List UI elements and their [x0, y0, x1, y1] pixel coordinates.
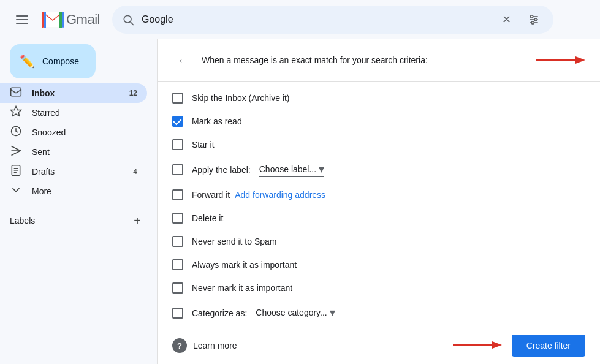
search-clear-button[interactable]: ✕	[497, 10, 517, 29]
sent-icon	[10, 145, 22, 160]
mark-read-checkbox[interactable]	[172, 116, 183, 127]
menu-icon-button[interactable]	[10, 7, 34, 32]
svg-marker-34	[492, 341, 502, 349]
never-spam-label: Never send it to Spam	[192, 237, 277, 246]
never-important-label: Never mark it as important	[192, 283, 292, 293]
more-icon	[10, 184, 22, 199]
starred-icon	[10, 105, 22, 121]
footer-red-arrow	[453, 336, 502, 355]
filter-option-always-important: Always mark it as important	[172, 253, 585, 276]
back-button[interactable]: ←	[172, 49, 194, 71]
main-layout: ✏️ Compose Inbox 12 Starred Snoozed Sent…	[0, 39, 600, 364]
drafts-icon	[10, 164, 22, 180]
apply-label-dropdown[interactable]: Choose label... ▾	[259, 162, 324, 177]
mark-read-label: Mark as read	[192, 116, 242, 126]
filter-option-never-important: Never mark it as important	[172, 276, 585, 300]
sliders-icon	[528, 13, 540, 26]
svg-rect-0	[16, 15, 28, 17]
svg-point-19	[534, 18, 537, 21]
svg-marker-22	[11, 106, 21, 116]
filter-header-text: When a message is an exact match for you…	[202, 55, 529, 65]
inbox-label: Inbox	[32, 88, 120, 98]
star-it-checkbox[interactable]	[172, 139, 183, 150]
svg-rect-12	[59, 12, 62, 28]
never-spam-checkbox[interactable]	[172, 236, 183, 247]
filter-option-forward-it: Forward it Add forwarding address	[172, 183, 585, 207]
drafts-label: Drafts	[32, 167, 123, 176]
create-filter-button[interactable]: Create filter	[512, 335, 585, 357]
categorize-checkbox[interactable]	[172, 308, 183, 319]
forward-option-content: Forward it Add forwarding address	[192, 190, 325, 200]
star-it-label: Star it	[192, 140, 215, 150]
always-important-label: Always mark it as important	[192, 260, 297, 270]
sidebar-item-starred[interactable]: Starred	[0, 103, 147, 123]
sidebar: ✏️ Compose Inbox 12 Starred Snoozed Sent…	[0, 39, 157, 364]
hamburger-icon	[16, 15, 28, 24]
inbox-count: 12	[129, 89, 137, 97]
filter-options-list: Skip the Inbox (Archive it) Mark as read…	[158, 82, 600, 327]
skip-inbox-label: Skip the Inbox (Archive it)	[192, 93, 290, 103]
skip-inbox-checkbox[interactable]	[172, 93, 183, 104]
more-label: More	[32, 186, 137, 196]
sidebar-item-snoozed[interactable]: Snoozed	[0, 123, 147, 142]
arrow-right-footer-icon	[453, 339, 502, 351]
sidebar-item-more[interactable]: More	[0, 181, 147, 201]
categorize-dropdown[interactable]: Choose category... ▾	[256, 306, 335, 320]
compose-button[interactable]: ✏️ Compose	[10, 44, 96, 78]
filter-option-skip-inbox: Skip the Inbox (Archive it)	[172, 86, 585, 110]
learn-more-link[interactable]: Learn more	[193, 341, 237, 351]
forward-it-checkbox[interactable]	[172, 189, 183, 200]
sidebar-item-sent[interactable]: Sent	[0, 142, 147, 162]
nav-items: Inbox 12 Starred Snoozed Sent Drafts 4 M…	[0, 83, 157, 201]
sidebar-item-drafts[interactable]: Drafts 4	[0, 162, 147, 181]
chevron-down-icon: ▾	[330, 306, 335, 319]
filter-option-never-spam: Never send it to Spam	[172, 230, 585, 253]
add-label-button[interactable]: +	[127, 211, 147, 230]
sent-label: Sent	[32, 147, 137, 157]
svg-rect-2	[16, 23, 28, 24]
search-options-button[interactable]	[524, 10, 544, 29]
starred-label: Starred	[32, 108, 137, 118]
edit-icon: ✏️	[20, 54, 35, 69]
svg-rect-10	[62, 12, 64, 28]
gmail-m-icon	[42, 12, 64, 28]
never-important-checkbox[interactable]	[172, 282, 183, 294]
svg-line-14	[131, 22, 134, 25]
top-bar: Gmail ✕	[0, 0, 600, 39]
filter-option-delete-it: Delete it	[172, 207, 585, 230]
forward-it-label: Forward it	[192, 190, 230, 200]
svg-rect-1	[16, 19, 28, 20]
svg-line-25	[16, 131, 18, 132]
delete-it-label: Delete it	[192, 213, 223, 223]
filter-footer: ? Learn more Create filter	[158, 327, 600, 364]
labels-title: Labels	[10, 216, 35, 226]
svg-rect-21	[11, 88, 21, 96]
compose-label: Compose	[42, 56, 79, 66]
search-icon	[122, 13, 134, 26]
svg-point-20	[531, 21, 534, 24]
filter-option-star-it: Star it	[172, 133, 585, 156]
help-icon[interactable]: ?	[172, 338, 187, 353]
delete-it-checkbox[interactable]	[172, 213, 183, 224]
apply-label-checkbox[interactable]	[172, 164, 183, 175]
drafts-count: 4	[133, 167, 137, 176]
svg-point-18	[531, 15, 533, 18]
always-important-checkbox[interactable]	[172, 259, 183, 270]
svg-rect-11	[44, 12, 46, 28]
search-input[interactable]	[142, 14, 490, 25]
arrow-right-icon	[536, 54, 585, 66]
categorize-dropdown-text: Choose category...	[256, 308, 327, 317]
filter-header: ← When a message is an exact match for y…	[158, 39, 600, 82]
add-forwarding-link[interactable]: Add forwarding address	[235, 190, 325, 200]
apply-label-label: Apply the label:	[192, 165, 251, 175]
svg-marker-32	[575, 56, 585, 64]
filter-option-apply-label: Apply the label: Choose label... ▾	[172, 156, 585, 183]
labels-section-header: Labels +	[0, 201, 157, 233]
gmail-logo: Gmail	[42, 12, 100, 28]
sidebar-item-inbox[interactable]: Inbox 12	[0, 83, 147, 103]
snoozed-label: Snoozed	[32, 127, 137, 137]
categorize-label: Categorize as:	[192, 308, 247, 318]
inbox-icon	[10, 86, 22, 101]
footer-right: Create filter	[453, 335, 585, 357]
apply-label-dropdown-text: Choose label...	[259, 164, 316, 174]
